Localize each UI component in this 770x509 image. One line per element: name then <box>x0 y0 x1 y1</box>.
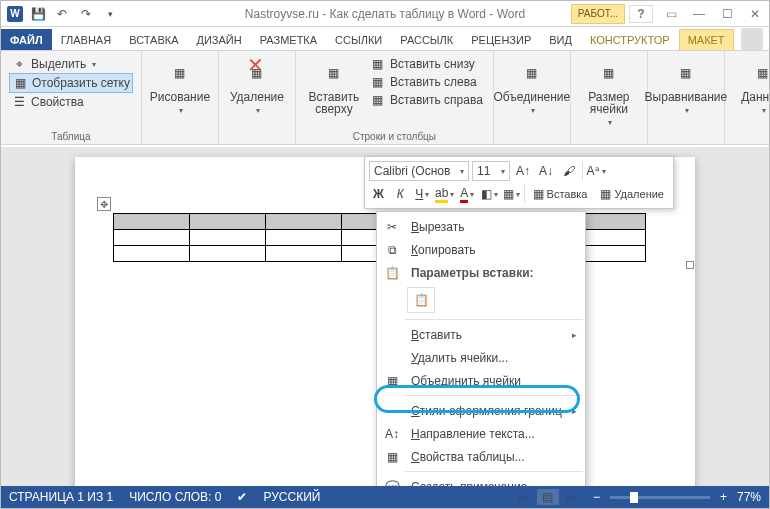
grow-font-icon[interactable]: A↑ <box>513 161 533 181</box>
properties-button[interactable]: ☰Свойства <box>9 93 133 111</box>
bold-button[interactable]: Ж <box>369 184 388 204</box>
view-gridlines-button[interactable]: ▦Отобразить сетку <box>9 73 133 93</box>
font-family-selector[interactable]: Calibri (Основ▾ <box>369 161 469 181</box>
delete-button[interactable]: ▦✕Удаление▾ <box>227 55 287 119</box>
borders-icon[interactable]: ▦▾ <box>502 184 521 204</box>
grid-icon: ▦ <box>12 75 28 91</box>
help-icon[interactable]: ? <box>629 5 653 23</box>
tab-table-layout[interactable]: МАКЕТ <box>679 29 734 50</box>
insert-left-button[interactable]: ▦Вставить слева <box>368 73 485 91</box>
view-print-icon[interactable]: ▤ <box>537 489 559 505</box>
mini-toolbar: Calibri (Основ▾ 11▾ A↑ A↓ 🖌 Aᵃ▾ Ж К Ч▾ a… <box>364 156 674 209</box>
table-move-handle[interactable]: ✥ <box>97 197 111 211</box>
group-label: Таблица <box>9 129 133 142</box>
table-resize-handle[interactable] <box>686 261 694 269</box>
mini-delete-button[interactable]: ▦Удаление <box>595 184 669 204</box>
status-language[interactable]: РУССКИЙ <box>263 490 320 504</box>
merge-button[interactable]: ▦Объединение▾ <box>502 55 562 119</box>
redo-icon[interactable]: ↷ <box>77 5 95 23</box>
zoom-out-button[interactable]: − <box>593 490 600 504</box>
font-size-selector[interactable]: 11▾ <box>472 161 510 181</box>
status-page[interactable]: СТРАНИЦА 1 ИЗ 1 <box>9 490 113 504</box>
minimize-icon[interactable]: — <box>685 3 713 25</box>
cell-size-button[interactable]: ▦Размер ячейки▾ <box>579 55 639 131</box>
menu-cut[interactable]: ✂Вырезать <box>377 215 585 238</box>
group-data: ▦Данные▾ <box>725 51 770 144</box>
paste-options-row: 📋 <box>377 284 585 316</box>
font-color-icon[interactable]: A▾ <box>458 184 477 204</box>
underline-button[interactable]: Ч▾ <box>413 184 432 204</box>
delete-icon: ▦ <box>600 187 611 201</box>
shading-icon[interactable]: ◧▾ <box>480 184 499 204</box>
menu-insert[interactable]: Вставить▸ <box>377 323 585 346</box>
insert-above-icon: ▦ <box>318 57 350 89</box>
insert-above-button[interactable]: ▦Вставить сверху <box>304 55 364 117</box>
italic-button[interactable]: К <box>391 184 410 204</box>
tab-view[interactable]: ВИД <box>540 29 581 50</box>
tab-file[interactable]: ФАЙЛ <box>1 29 52 50</box>
menu-text-direction[interactable]: A↕Направление текста... <box>377 422 585 445</box>
tab-design[interactable]: ДИЗАЙН <box>187 29 250 50</box>
contextual-tool-label: РАБОТ... <box>571 4 625 24</box>
insert-below-icon: ▦ <box>370 56 386 72</box>
ribbon-tabs: ФАЙЛ ГЛАВНАЯ ВСТАВКА ДИЗАЙН РАЗМЕТКА ССЫ… <box>1 27 769 51</box>
status-proofing-icon[interactable]: ✔ <box>237 490 247 504</box>
table-properties-icon: ▦ <box>381 448 403 466</box>
menu-table-properties[interactable]: ▦Свойства таблицы... <box>377 445 585 468</box>
text-direction-icon: A↕ <box>381 425 403 443</box>
user-avatar[interactable] <box>741 28 763 50</box>
group-label: Строки и столбцы <box>304 129 485 142</box>
draw-button[interactable]: ▦Рисование▾ <box>150 55 210 119</box>
select-button[interactable]: ⌖Выделить▾ <box>9 55 133 73</box>
tab-insert[interactable]: ВСТАВКА <box>120 29 187 50</box>
tab-home[interactable]: ГЛАВНАЯ <box>52 29 120 50</box>
mini-insert-button[interactable]: ▦Вставка <box>528 184 593 204</box>
data-button[interactable]: ▦Данные▾ <box>733 55 770 119</box>
maximize-icon[interactable]: ☐ <box>713 3 741 25</box>
group-delete: ▦✕Удаление▾ <box>219 51 296 144</box>
insert-right-icon: ▦ <box>370 92 386 108</box>
cut-icon: ✂ <box>381 218 403 236</box>
save-icon[interactable]: 💾 <box>29 5 47 23</box>
alignment-button[interactable]: ▦Выравнивание▾ <box>656 55 716 119</box>
highlight-icon[interactable]: ab▾ <box>435 184 455 204</box>
tab-review[interactable]: РЕЦЕНЗИР <box>462 29 540 50</box>
paste-icon: 📋 <box>381 264 403 282</box>
status-word-count[interactable]: ЧИСЛО СЛОВ: 0 <box>129 490 221 504</box>
zoom-level[interactable]: 77% <box>737 490 761 504</box>
delete-table-icon: ▦✕ <box>241 57 273 89</box>
zoom-in-button[interactable]: + <box>720 490 727 504</box>
qat-more-icon[interactable]: ▾ <box>101 5 119 23</box>
menu-delete-cells[interactable]: Удалить ячейки... <box>377 346 585 369</box>
ribbon: ⌖Выделить▾ ▦Отобразить сетку ☰Свойства Т… <box>1 51 769 145</box>
menu-merge-cells[interactable]: ▦Объединить ячейки <box>377 369 585 392</box>
group-merge: ▦Объединение▾ <box>494 51 571 144</box>
tab-mailings[interactable]: РАССЫЛК <box>391 29 462 50</box>
insert-right-button[interactable]: ▦Вставить справа <box>368 91 485 109</box>
properties-icon: ☰ <box>11 94 27 110</box>
cursor-icon: ⌖ <box>11 56 27 72</box>
alignment-icon: ▦ <box>670 57 702 89</box>
view-read-icon[interactable]: ▭ <box>513 489 535 505</box>
merge-icon: ▦ <box>516 57 548 89</box>
tab-references[interactable]: ССЫЛКИ <box>326 29 391 50</box>
word-icon: W <box>7 6 23 22</box>
menu-border-styles[interactable]: Стили оформления границ▸ <box>377 399 585 422</box>
format-painter-icon[interactable]: 🖌 <box>559 161 579 181</box>
zoom-slider[interactable] <box>610 496 710 499</box>
tab-table-design[interactable]: КОНСТРУКТОР <box>581 29 679 50</box>
undo-icon[interactable]: ↶ <box>53 5 71 23</box>
paste-options-label: 📋Параметры вставки: <box>377 261 585 284</box>
shrink-font-icon[interactable]: A↓ <box>536 161 556 181</box>
insert-icon: ▦ <box>533 187 544 201</box>
view-web-icon[interactable]: ▭ <box>561 489 583 505</box>
insert-left-icon: ▦ <box>370 74 386 90</box>
styles-icon[interactable]: Aᵃ▾ <box>586 161 606 181</box>
group-rows-cols: ▦Вставить сверху ▦Вставить снизу ▦Встави… <box>296 51 494 144</box>
close-icon[interactable]: ✕ <box>741 3 769 25</box>
paste-keep-formatting-icon[interactable]: 📋 <box>407 287 435 313</box>
menu-copy[interactable]: ⧉Копировать <box>377 238 585 261</box>
tab-layout[interactable]: РАЗМЕТКА <box>251 29 326 50</box>
ribbon-options-icon[interactable]: ▭ <box>657 3 685 25</box>
insert-below-button[interactable]: ▦Вставить снизу <box>368 55 485 73</box>
